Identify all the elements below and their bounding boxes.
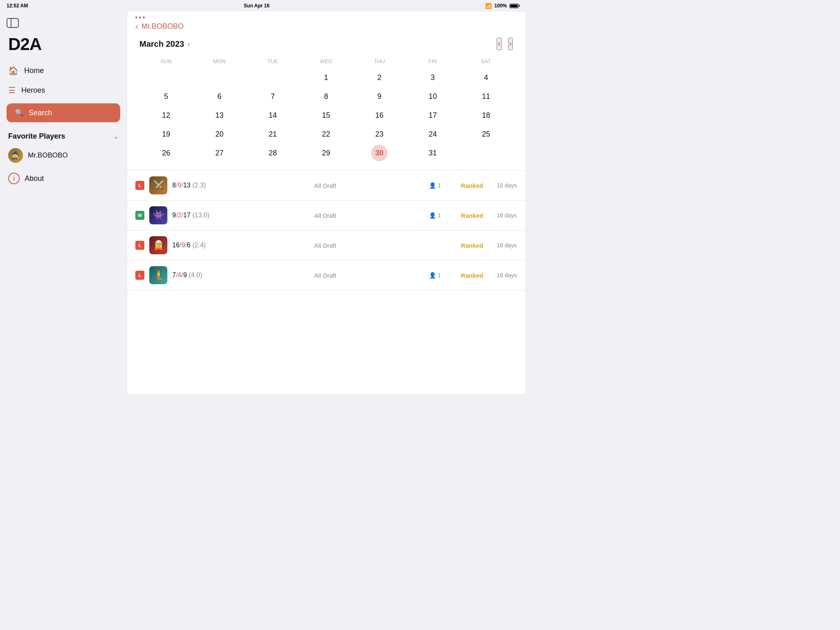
hero-icon-1: ⚔️ bbox=[149, 176, 167, 194]
cal-header-sat: SAT bbox=[459, 57, 513, 66]
sidebar-item-home[interactable]: 🏠 Home bbox=[0, 61, 127, 80]
sidebar-item-heroes[interactable]: ☰ Heroes bbox=[0, 80, 127, 100]
cal-day-3[interactable]: 3 bbox=[425, 69, 441, 86]
favorite-players-title: Favorite Players bbox=[8, 132, 65, 141]
match-type-2: Ranked bbox=[454, 212, 483, 219]
cal-day-30-highlighted[interactable]: 30 bbox=[371, 145, 388, 161]
cal-day-4[interactable]: 4 bbox=[478, 69, 494, 86]
person-icon-1: 👤 bbox=[429, 182, 436, 189]
deaths-2: 2 bbox=[178, 212, 181, 219]
calendar-header-row: SUN MON TUE WED THU FRI SAT bbox=[139, 57, 513, 66]
cal-day-22[interactable]: 22 bbox=[318, 126, 334, 142]
person-icon-4: 👤 bbox=[429, 272, 436, 278]
main-header bbox=[127, 11, 525, 22]
cal-header-wed: WED bbox=[299, 57, 353, 66]
result-badge-2: W bbox=[135, 211, 144, 220]
cal-day-13[interactable]: 13 bbox=[211, 107, 228, 123]
calendar-week-3: 12 13 14 15 16 17 18 bbox=[139, 107, 513, 123]
match-time-1: 16 days bbox=[488, 182, 517, 189]
result-badge-3: L bbox=[135, 241, 144, 250]
calendar-nav-arrows: ‹ › bbox=[497, 38, 513, 50]
cal-day-14[interactable]: 14 bbox=[265, 107, 281, 123]
cal-day-1[interactable]: 1 bbox=[318, 69, 334, 86]
search-icon: 🔍 bbox=[15, 108, 24, 117]
cal-day-15[interactable]: 15 bbox=[318, 107, 334, 123]
cal-day-10[interactable]: 10 bbox=[425, 88, 441, 105]
hero-icon-3: 🧝 bbox=[149, 236, 167, 254]
cal-day-9[interactable]: 9 bbox=[371, 88, 388, 105]
deaths-3: 9 bbox=[181, 242, 185, 249]
match-row-4[interactable]: L 🧜 7/4/9 (4.0) All Draft 👤 1 Ranked 16 … bbox=[127, 260, 525, 290]
home-label: Home bbox=[24, 66, 44, 75]
battery-icon bbox=[509, 4, 518, 8]
assists-3: 6 bbox=[187, 242, 191, 249]
toggle-sidebar-button[interactable] bbox=[7, 18, 19, 28]
sidebar-item-about[interactable]: i About bbox=[0, 167, 127, 190]
result-badge-1: L bbox=[135, 181, 144, 190]
cal-day-2[interactable]: 2 bbox=[371, 69, 388, 86]
kills-2: 9 bbox=[172, 212, 176, 219]
calendar-week-5: 26 27 28 29 30 31 bbox=[139, 145, 513, 161]
status-bar: 12:52 AM Sun Apr 16 📶 100% bbox=[0, 0, 525, 11]
cal-day-5[interactable]: 5 bbox=[158, 88, 174, 105]
player-avatar: 🧙 bbox=[8, 148, 23, 163]
match-list: L ⚔️ 8/9/13 (2.3) All Draft 👤 1 Ranked 1… bbox=[127, 170, 525, 394]
cal-day-19[interactable]: 19 bbox=[158, 126, 174, 142]
cal-cell-empty-2 bbox=[211, 69, 228, 86]
cal-day-6[interactable]: 6 bbox=[211, 88, 228, 105]
cal-day-12[interactable]: 12 bbox=[158, 107, 174, 123]
cal-cell-empty-3 bbox=[265, 69, 281, 86]
calendar-title-button[interactable]: March 2023 › bbox=[139, 39, 190, 49]
dot-1 bbox=[135, 16, 137, 18]
cal-day-27[interactable]: 27 bbox=[211, 145, 228, 161]
cal-day-20[interactable]: 20 bbox=[211, 126, 228, 142]
calendar-month-title: March 2023 bbox=[139, 39, 184, 49]
calendar-next-button[interactable]: › bbox=[508, 38, 513, 50]
calendar-nav: March 2023 › ‹ › bbox=[139, 38, 513, 50]
assists-4: 9 bbox=[183, 272, 187, 278]
result-badge-4: L bbox=[135, 271, 144, 280]
back-chevron-icon[interactable]: ‹ bbox=[135, 22, 138, 31]
cal-day-17[interactable]: 17 bbox=[425, 107, 441, 123]
match-players-1: 👤 1 bbox=[429, 182, 450, 189]
cal-day-16[interactable]: 16 bbox=[371, 107, 388, 123]
cal-header-fri: FRI bbox=[406, 57, 459, 66]
calendar-section: March 2023 › ‹ › SUN MON TUE WED THU FRI… bbox=[127, 34, 525, 170]
cal-day-8[interactable]: 8 bbox=[318, 88, 334, 105]
calendar-week-4: 19 20 21 22 23 24 25 bbox=[139, 126, 513, 142]
match-players-2: 👤 1 bbox=[429, 212, 450, 219]
home-icon: 🏠 bbox=[8, 66, 18, 75]
match-score-4: 7/4/9 (4.0) bbox=[172, 272, 221, 279]
person-icon-2: 👤 bbox=[429, 212, 436, 219]
three-dots-menu[interactable] bbox=[135, 16, 145, 18]
player-item-bobobo[interactable]: 🧙 Mr.BOBOBO bbox=[0, 144, 127, 167]
cal-cell-empty bbox=[158, 69, 174, 86]
cal-day-24[interactable]: 24 bbox=[425, 126, 441, 142]
cal-day-28[interactable]: 28 bbox=[265, 145, 281, 161]
search-button[interactable]: 🔍 Search bbox=[7, 103, 120, 122]
match-row-1[interactable]: L ⚔️ 8/9/13 (2.3) All Draft 👤 1 Ranked 1… bbox=[127, 171, 525, 201]
cal-header-mon: MON bbox=[193, 57, 246, 66]
match-row-3[interactable]: L 🧝 16/9/6 (2.4) All Draft Ranked 16 day… bbox=[127, 231, 525, 260]
assists-2: 17 bbox=[183, 212, 191, 219]
back-button[interactable]: Mr.BOBOBO bbox=[142, 22, 184, 31]
kills-3: 16 bbox=[172, 242, 180, 249]
cal-day-18[interactable]: 18 bbox=[478, 107, 494, 123]
cal-day-7[interactable]: 7 bbox=[265, 88, 281, 105]
cal-day-11[interactable]: 11 bbox=[478, 88, 494, 105]
chevron-down-icon[interactable]: ⌄ bbox=[113, 132, 119, 140]
heroes-label: Heroes bbox=[21, 86, 45, 95]
cal-day-26[interactable]: 26 bbox=[158, 145, 174, 161]
wifi-icon: 📶 bbox=[485, 3, 492, 9]
calendar-prev-button[interactable]: ‹ bbox=[497, 38, 501, 50]
match-time-4: 16 days bbox=[488, 272, 517, 278]
cal-day-31[interactable]: 31 bbox=[425, 145, 441, 161]
match-row-2[interactable]: W 👾 9/2/17 (13.0) All Draft 👤 1 Ranked 1… bbox=[127, 201, 525, 231]
match-mode-1: All Draft bbox=[226, 182, 424, 189]
cal-day-25[interactable]: 25 bbox=[478, 126, 494, 142]
kda-3: (2.4) bbox=[192, 242, 206, 249]
cal-day-29[interactable]: 29 bbox=[318, 145, 334, 161]
cal-day-21[interactable]: 21 bbox=[265, 126, 281, 142]
match-mode-3: All Draft bbox=[226, 242, 424, 249]
cal-day-23[interactable]: 23 bbox=[371, 126, 388, 142]
